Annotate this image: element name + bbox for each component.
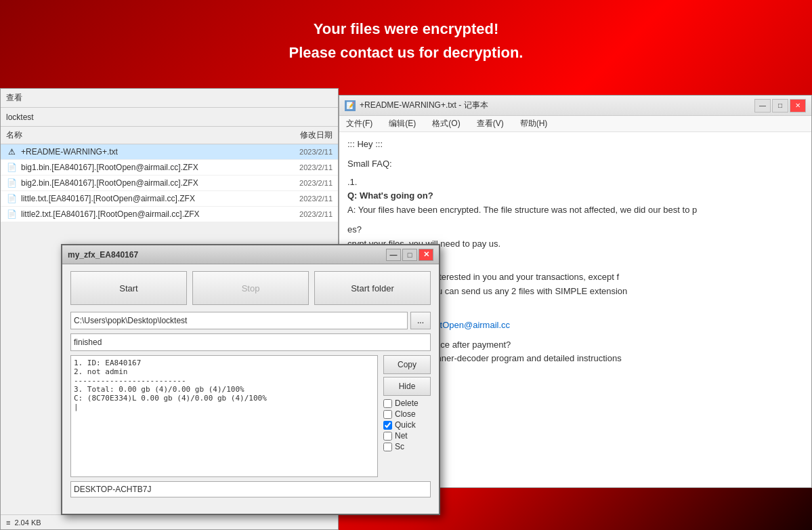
explorer-files: ⚠+README-WARNING+.txt2023/2/11📄big1.bin.…	[1, 144, 338, 222]
file-row[interactable]: 📄little.txt.[EA840167].[RootOpen@airmail…	[1, 191, 338, 207]
faq-label: Small FAQ:	[347, 157, 803, 171]
status-input[interactable]	[70, 333, 431, 351]
file-row[interactable]: 📄big2.bin.[EA840167].[RootOpen@airmail.c…	[1, 176, 338, 191]
checkbox-quick[interactable]	[383, 421, 392, 430]
file-row[interactable]: 📄little2.txt.[EA840167].[RootOpen@airmai…	[1, 207, 338, 222]
file-date: 2023/2/11	[278, 195, 333, 203]
tool-close-btn[interactable]: ✕	[419, 249, 433, 261]
file-icon: 📄	[6, 193, 17, 204]
menu-edit[interactable]: 编辑(E)	[385, 117, 420, 131]
notepad-minimize-btn[interactable]: —	[754, 99, 771, 113]
file-name: little.txt.[EA840167].[RootOpen@airmail.…	[21, 194, 278, 203]
tool-titlebar: my_zfx_EA840167 — □ ✕	[62, 245, 439, 264]
banner-text: Your files were encrypted! Please contac…	[289, 17, 523, 64]
banner-line1: Your files were encrypted!	[289, 17, 523, 41]
tool-window: my_zfx_EA840167 — □ ✕ Start Stop Start f…	[61, 244, 440, 515]
notepad-menubar: 文件(F) 编辑(E) 格式(O) 查看(V) 帮助(H)	[339, 116, 811, 132]
notepad-titlebar: 📝 +README-WARNING+.txt - 记事本 — □ ✕	[339, 96, 811, 116]
menu-help[interactable]: 帮助(H)	[516, 117, 552, 131]
file-name: +README-WARNING+.txt	[21, 147, 278, 157]
explorer-statusbar: ≡ 2.04 KB	[1, 514, 338, 529]
explorer-header: 名称 修改日期	[1, 127, 338, 144]
checkbox-area: DeleteCloseQuickNetSc	[383, 399, 431, 451]
explorer-address-text: locktest	[6, 113, 34, 122]
file-row[interactable]: ⚠+README-WARNING+.txt2023/2/11	[1, 144, 338, 160]
q1: Q: What's going on?	[347, 189, 803, 203]
tool-minimize-btn[interactable]: —	[386, 249, 401, 261]
notepad-icon: 📝	[345, 100, 356, 111]
side-buttons: Copy Hide DeleteCloseQuickNetSc	[383, 355, 431, 477]
file-icon: 📄	[6, 178, 17, 188]
path-input[interactable]	[70, 312, 408, 329]
checkbox-label-close: Close	[395, 409, 416, 419]
checkbox-row-sc: Sc	[383, 442, 431, 451]
explorer-view-label: 查看	[6, 92, 22, 104]
checkbox-label-net: Net	[395, 431, 408, 441]
tool-main-area: 1. ID: EA840167 2. not admin -----------…	[62, 355, 439, 477]
col-name: 名称	[6, 129, 278, 141]
tool-footer	[62, 477, 439, 497]
file-icon: 📄	[6, 209, 17, 220]
tool-status-row	[62, 333, 439, 351]
hide-button[interactable]: Hide	[383, 377, 431, 396]
a1: A: Your files have been encrypted. The f…	[347, 203, 803, 218]
notepad-maximize-btn[interactable]: □	[772, 99, 788, 113]
file-name: big2.bin.[EA840167].[RootOpen@airmail.cc…	[21, 178, 278, 188]
notepad-close-btn[interactable]: ✕	[790, 99, 806, 113]
checkbox-row-delete: Delete	[383, 399, 431, 408]
greeting: ::: Hey :::	[347, 138, 803, 152]
checkbox-row-net: Net	[383, 431, 431, 441]
checkbox-label-delete: Delete	[395, 399, 419, 408]
tool-path-row: ...	[62, 312, 439, 329]
checkbox-net[interactable]	[383, 432, 392, 441]
tool-window-controls: — □ ✕	[386, 249, 433, 261]
stop-button[interactable]: Stop	[192, 271, 309, 305]
explorer-toolbar: 查看	[1, 89, 338, 108]
tool-title: my_zfx_EA840167	[68, 250, 386, 260]
menu-view[interactable]: 查看(V)	[473, 117, 508, 131]
file-date: 2023/2/11	[278, 163, 333, 171]
checkbox-delete[interactable]	[383, 399, 392, 408]
checkbox-row-quick: Quick	[383, 420, 431, 430]
notepad-window-controls: — □ ✕	[754, 99, 806, 113]
start-folder-button[interactable]: Start folder	[314, 271, 431, 305]
file-date: 2023/2/11	[278, 148, 333, 156]
banner-line2: Please contact us for decryption.	[289, 41, 523, 64]
menu-file[interactable]: 文件(F)	[342, 117, 377, 131]
top-banner: Your files were encrypted! Please contac…	[0, 0, 812, 81]
checkbox-label-quick: Quick	[395, 420, 416, 430]
notepad-title: +README-WARNING+.txt - 记事本	[360, 100, 754, 111]
q1-label: .1.	[347, 176, 803, 190]
checkbox-close[interactable]	[383, 410, 392, 419]
file-name: little2.txt.[EA840167].[RootOpen@airmail…	[21, 209, 278, 219]
log-area: 1. ID: EA840167 2. not admin -----------…	[70, 355, 378, 477]
file-date: 2023/2/11	[278, 210, 333, 218]
file-date: 2023/2/11	[278, 179, 333, 187]
checkbox-row-close: Close	[383, 409, 431, 419]
tool-action-buttons: Start Stop Start folder	[62, 264, 439, 312]
explorer-address: locktest	[1, 108, 338, 127]
menu-format[interactable]: 格式(O)	[428, 117, 464, 131]
checkbox-sc[interactable]	[383, 443, 392, 451]
copy-button[interactable]: Copy	[383, 355, 431, 374]
statusbar-size: 2.04 KB	[14, 518, 41, 527]
start-button[interactable]: Start	[70, 271, 187, 305]
col-date: 修改日期	[278, 129, 333, 141]
footer-input[interactable]	[70, 481, 431, 497]
file-icon: 📄	[6, 162, 17, 173]
warning-icon: ⚠	[6, 146, 17, 157]
checkbox-label-sc: Sc	[395, 442, 404, 451]
file-name: big1.bin.[EA840167].[RootOpen@airmail.cc…	[21, 163, 278, 172]
file-row[interactable]: 📄big1.bin.[EA840167].[RootOpen@airmail.c…	[1, 160, 338, 176]
tool-maximize-btn[interactable]: □	[402, 249, 417, 261]
q2-truncated: es?	[347, 223, 803, 237]
browse-button[interactable]: ...	[410, 312, 431, 329]
status-icon: ≡	[6, 518, 10, 527]
